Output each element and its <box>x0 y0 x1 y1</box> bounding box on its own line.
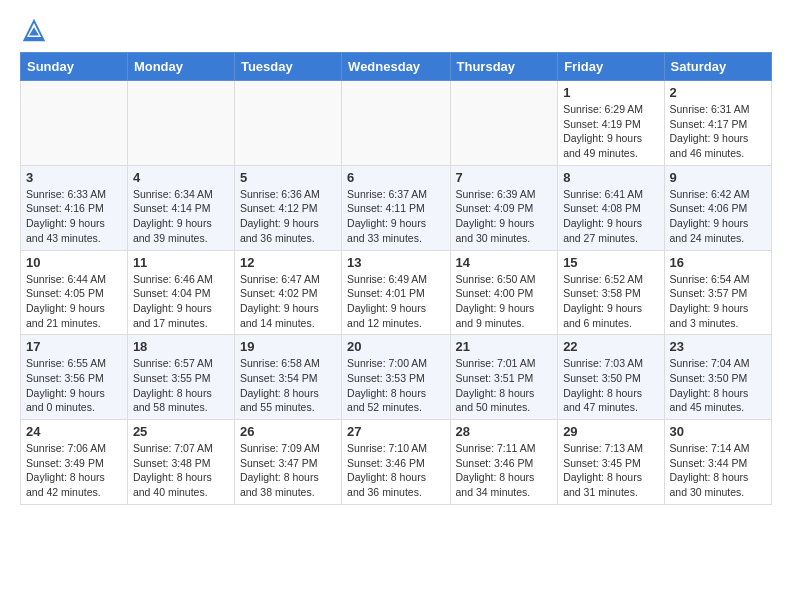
weekday-header-thursday: Thursday <box>450 53 558 81</box>
day-number: 25 <box>133 424 229 439</box>
day-info: Sunrise: 6:47 AM Sunset: 4:02 PM Dayligh… <box>240 272 336 331</box>
day-number: 14 <box>456 255 553 270</box>
day-info: Sunrise: 7:11 AM Sunset: 3:46 PM Dayligh… <box>456 441 553 500</box>
calendar-cell: 14Sunrise: 6:50 AM Sunset: 4:00 PM Dayli… <box>450 250 558 335</box>
day-number: 22 <box>563 339 658 354</box>
day-number: 17 <box>26 339 122 354</box>
day-number: 7 <box>456 170 553 185</box>
day-number: 30 <box>670 424 766 439</box>
day-number: 15 <box>563 255 658 270</box>
week-row-3: 10Sunrise: 6:44 AM Sunset: 4:05 PM Dayli… <box>21 250 772 335</box>
day-info: Sunrise: 7:01 AM Sunset: 3:51 PM Dayligh… <box>456 356 553 415</box>
day-info: Sunrise: 6:42 AM Sunset: 4:06 PM Dayligh… <box>670 187 766 246</box>
week-row-1: 1Sunrise: 6:29 AM Sunset: 4:19 PM Daylig… <box>21 81 772 166</box>
calendar-cell <box>234 81 341 166</box>
calendar-cell: 10Sunrise: 6:44 AM Sunset: 4:05 PM Dayli… <box>21 250 128 335</box>
calendar-cell: 5Sunrise: 6:36 AM Sunset: 4:12 PM Daylig… <box>234 165 341 250</box>
day-number: 1 <box>563 85 658 100</box>
day-info: Sunrise: 6:34 AM Sunset: 4:14 PM Dayligh… <box>133 187 229 246</box>
day-info: Sunrise: 6:50 AM Sunset: 4:00 PM Dayligh… <box>456 272 553 331</box>
calendar-wrapper: SundayMondayTuesdayWednesdayThursdayFrid… <box>0 52 792 505</box>
day-info: Sunrise: 7:07 AM Sunset: 3:48 PM Dayligh… <box>133 441 229 500</box>
logo <box>20 16 52 44</box>
day-info: Sunrise: 7:04 AM Sunset: 3:50 PM Dayligh… <box>670 356 766 415</box>
calendar-cell <box>127 81 234 166</box>
day-info: Sunrise: 6:29 AM Sunset: 4:19 PM Dayligh… <box>563 102 658 161</box>
calendar-cell: 19Sunrise: 6:58 AM Sunset: 3:54 PM Dayli… <box>234 335 341 420</box>
calendar-cell: 8Sunrise: 6:41 AM Sunset: 4:08 PM Daylig… <box>558 165 664 250</box>
calendar-cell: 2Sunrise: 6:31 AM Sunset: 4:17 PM Daylig… <box>664 81 771 166</box>
day-number: 12 <box>240 255 336 270</box>
calendar-cell: 13Sunrise: 6:49 AM Sunset: 4:01 PM Dayli… <box>342 250 450 335</box>
calendar-cell: 12Sunrise: 6:47 AM Sunset: 4:02 PM Dayli… <box>234 250 341 335</box>
day-info: Sunrise: 6:44 AM Sunset: 4:05 PM Dayligh… <box>26 272 122 331</box>
calendar-cell: 15Sunrise: 6:52 AM Sunset: 3:58 PM Dayli… <box>558 250 664 335</box>
day-number: 24 <box>26 424 122 439</box>
calendar-cell <box>450 81 558 166</box>
day-number: 13 <box>347 255 444 270</box>
day-number: 29 <box>563 424 658 439</box>
day-info: Sunrise: 7:09 AM Sunset: 3:47 PM Dayligh… <box>240 441 336 500</box>
day-number: 3 <box>26 170 122 185</box>
day-number: 2 <box>670 85 766 100</box>
calendar-cell: 25Sunrise: 7:07 AM Sunset: 3:48 PM Dayli… <box>127 420 234 505</box>
calendar: SundayMondayTuesdayWednesdayThursdayFrid… <box>20 52 772 505</box>
calendar-cell: 22Sunrise: 7:03 AM Sunset: 3:50 PM Dayli… <box>558 335 664 420</box>
day-info: Sunrise: 6:58 AM Sunset: 3:54 PM Dayligh… <box>240 356 336 415</box>
day-info: Sunrise: 6:37 AM Sunset: 4:11 PM Dayligh… <box>347 187 444 246</box>
day-number: 23 <box>670 339 766 354</box>
day-info: Sunrise: 7:00 AM Sunset: 3:53 PM Dayligh… <box>347 356 444 415</box>
weekday-header-sunday: Sunday <box>21 53 128 81</box>
day-info: Sunrise: 6:39 AM Sunset: 4:09 PM Dayligh… <box>456 187 553 246</box>
calendar-cell: 4Sunrise: 6:34 AM Sunset: 4:14 PM Daylig… <box>127 165 234 250</box>
day-info: Sunrise: 6:57 AM Sunset: 3:55 PM Dayligh… <box>133 356 229 415</box>
day-info: Sunrise: 7:06 AM Sunset: 3:49 PM Dayligh… <box>26 441 122 500</box>
calendar-cell: 9Sunrise: 6:42 AM Sunset: 4:06 PM Daylig… <box>664 165 771 250</box>
day-info: Sunrise: 6:52 AM Sunset: 3:58 PM Dayligh… <box>563 272 658 331</box>
weekday-header-monday: Monday <box>127 53 234 81</box>
calendar-cell: 3Sunrise: 6:33 AM Sunset: 4:16 PM Daylig… <box>21 165 128 250</box>
day-info: Sunrise: 7:03 AM Sunset: 3:50 PM Dayligh… <box>563 356 658 415</box>
calendar-cell: 27Sunrise: 7:10 AM Sunset: 3:46 PM Dayli… <box>342 420 450 505</box>
week-row-4: 17Sunrise: 6:55 AM Sunset: 3:56 PM Dayli… <box>21 335 772 420</box>
calendar-cell: 7Sunrise: 6:39 AM Sunset: 4:09 PM Daylig… <box>450 165 558 250</box>
calendar-cell: 29Sunrise: 7:13 AM Sunset: 3:45 PM Dayli… <box>558 420 664 505</box>
day-number: 28 <box>456 424 553 439</box>
day-number: 11 <box>133 255 229 270</box>
calendar-cell: 18Sunrise: 6:57 AM Sunset: 3:55 PM Dayli… <box>127 335 234 420</box>
header <box>0 0 792 52</box>
calendar-cell: 16Sunrise: 6:54 AM Sunset: 3:57 PM Dayli… <box>664 250 771 335</box>
calendar-cell: 30Sunrise: 7:14 AM Sunset: 3:44 PM Dayli… <box>664 420 771 505</box>
day-number: 16 <box>670 255 766 270</box>
day-number: 27 <box>347 424 444 439</box>
calendar-cell: 6Sunrise: 6:37 AM Sunset: 4:11 PM Daylig… <box>342 165 450 250</box>
day-number: 20 <box>347 339 444 354</box>
day-number: 26 <box>240 424 336 439</box>
weekday-header-tuesday: Tuesday <box>234 53 341 81</box>
day-number: 18 <box>133 339 229 354</box>
calendar-cell <box>342 81 450 166</box>
calendar-cell: 11Sunrise: 6:46 AM Sunset: 4:04 PM Dayli… <box>127 250 234 335</box>
week-row-2: 3Sunrise: 6:33 AM Sunset: 4:16 PM Daylig… <box>21 165 772 250</box>
calendar-cell: 28Sunrise: 7:11 AM Sunset: 3:46 PM Dayli… <box>450 420 558 505</box>
day-number: 8 <box>563 170 658 185</box>
day-number: 19 <box>240 339 336 354</box>
calendar-cell: 17Sunrise: 6:55 AM Sunset: 3:56 PM Dayli… <box>21 335 128 420</box>
calendar-cell: 23Sunrise: 7:04 AM Sunset: 3:50 PM Dayli… <box>664 335 771 420</box>
day-info: Sunrise: 6:41 AM Sunset: 4:08 PM Dayligh… <box>563 187 658 246</box>
day-number: 10 <box>26 255 122 270</box>
day-info: Sunrise: 6:36 AM Sunset: 4:12 PM Dayligh… <box>240 187 336 246</box>
day-number: 21 <box>456 339 553 354</box>
day-info: Sunrise: 6:31 AM Sunset: 4:17 PM Dayligh… <box>670 102 766 161</box>
day-info: Sunrise: 7:14 AM Sunset: 3:44 PM Dayligh… <box>670 441 766 500</box>
day-info: Sunrise: 7:10 AM Sunset: 3:46 PM Dayligh… <box>347 441 444 500</box>
day-number: 6 <box>347 170 444 185</box>
day-info: Sunrise: 6:49 AM Sunset: 4:01 PM Dayligh… <box>347 272 444 331</box>
day-number: 4 <box>133 170 229 185</box>
weekday-header-wednesday: Wednesday <box>342 53 450 81</box>
calendar-cell: 24Sunrise: 7:06 AM Sunset: 3:49 PM Dayli… <box>21 420 128 505</box>
weekday-header-saturday: Saturday <box>664 53 771 81</box>
day-info: Sunrise: 6:33 AM Sunset: 4:16 PM Dayligh… <box>26 187 122 246</box>
day-info: Sunrise: 6:54 AM Sunset: 3:57 PM Dayligh… <box>670 272 766 331</box>
calendar-cell: 20Sunrise: 7:00 AM Sunset: 3:53 PM Dayli… <box>342 335 450 420</box>
